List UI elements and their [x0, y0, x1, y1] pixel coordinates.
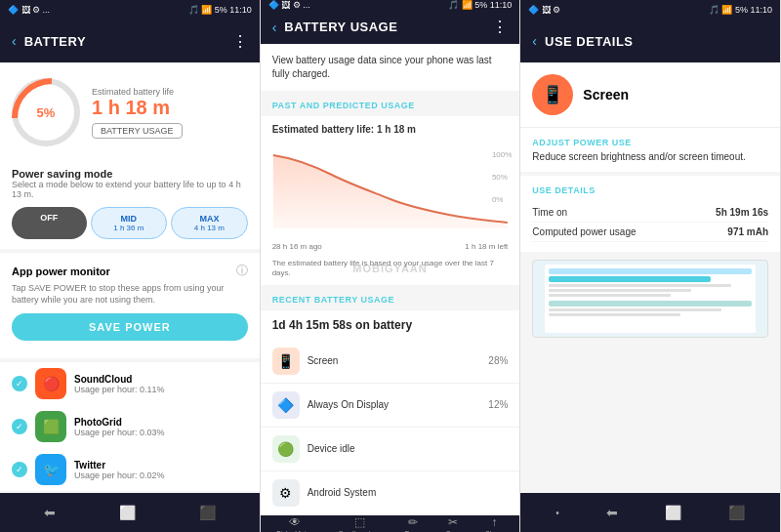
nav-back-3[interactable]: ⬛	[728, 505, 745, 520]
time-on-row: Time on 5h 19m 16s	[532, 203, 768, 223]
bottom-toolbar-2: 👁 Bixby Vision ⬚ Scroll capture ✏ Draw ✂…	[261, 515, 520, 532]
nav-home-3[interactable]: ⬅	[606, 505, 618, 520]
photogrid-name: PhotoGrid	[74, 417, 248, 428]
screen-usage-pct: 28%	[488, 355, 508, 366]
power-max-button[interactable]: MAX 4 h 13 m	[171, 207, 248, 239]
app-item-twitter[interactable]: ✓ 🐦 Twitter Usage per hour: 0.02%	[0, 448, 260, 491]
toolbar-draw[interactable]: ✏ Draw	[405, 515, 421, 532]
battery-title: BATTERY	[24, 34, 225, 49]
x-label-right: 1 h 18 m left	[465, 242, 508, 251]
battery-usage-header: ‹ BATTERY USAGE ⋮	[261, 10, 520, 44]
soundcloud-info: SoundCloud Usage per hour: 0.11%	[74, 374, 248, 394]
back-arrow-3[interactable]: ‹	[532, 33, 537, 49]
screen-section: 📱 Screen	[520, 62, 780, 128]
power-mid-button[interactable]: MID 1 h 36 m	[91, 207, 168, 239]
toolbar-scroll-capture[interactable]: ⬚ Scroll capture	[339, 515, 381, 532]
power-usage-value: 971 mAh	[727, 226, 768, 237]
check-soundcloud: ✓	[12, 376, 27, 391]
status-bar-2: 🔷 🖼 ⚙ ... 🎵 📶 5% 11:10	[261, 0, 520, 10]
menu-dots-1[interactable]: ⋮	[232, 32, 248, 51]
save-power-button[interactable]: SAVE POWER	[12, 313, 248, 341]
chart-note-text: The estimated battery life is based on y…	[272, 259, 494, 277]
battery-info: Estimated battery life 1 h 18 m BATTERY …	[92, 87, 248, 139]
power-usage-row: Computed power usage 971 mAh	[532, 223, 768, 242]
battery-usage-button[interactable]: BATTERY USAGE	[92, 123, 183, 139]
bottom-nav-3: • ⬅ ⬜ ⬛	[520, 493, 780, 532]
twitter-info: Twitter Usage per hour: 0.02%	[74, 460, 248, 480]
status-left-2: 🔷 🖼 ⚙ ...	[268, 0, 310, 10]
usage-item-android[interactable]: ⚙ Android System	[261, 471, 520, 515]
toolbar-share[interactable]: ↑ Share	[485, 515, 504, 532]
bottom-nav-1: ⬅ ⬜ ⬛	[0, 493, 260, 532]
app-item-photogrid[interactable]: ✓ 🟩 PhotoGrid Usage per hour: 0.03%	[0, 405, 260, 448]
battery-chart: 100% 50% 0%	[261, 143, 520, 240]
past-predicted-header: PAST AND PREDICTED USAGE	[261, 95, 520, 116]
power-mode-desc: Select a mode below to extend your batte…	[12, 180, 248, 199]
twitter-usage: Usage per hour: 0.02%	[74, 471, 248, 480]
screen-usage-name: Screen	[308, 355, 481, 366]
soundcloud-name: SoundCloud	[74, 374, 248, 385]
nav-dot-3: •	[555, 508, 559, 518]
nav-recents-3[interactable]: ⬜	[665, 505, 681, 520]
time-on-label: Time on	[532, 207, 567, 218]
status-bar-3: 🔷 🖼 ⚙ 🎵 📶 5% 11:10	[520, 0, 780, 20]
usage-item-screen[interactable]: 📱 Screen 28%	[261, 340, 520, 384]
power-mode-section: Power saving mode Select a mode below to…	[0, 158, 260, 249]
screenshot-preview	[532, 260, 768, 338]
status-left-3: 🔷 🖼 ⚙	[528, 5, 560, 15]
power-max-label: MAX	[176, 214, 243, 224]
chart-note: The estimated battery life is based on y…	[261, 253, 520, 285]
battery-percent: 5%	[37, 105, 56, 120]
x-label-left: 28 h 16 m ago	[272, 242, 322, 251]
power-max-sub: 4 h 13 m	[176, 224, 243, 232]
nav-recents-1[interactable]: ⬛	[199, 505, 216, 520]
back-arrow-2[interactable]: ‹	[272, 20, 277, 35]
battery-time: 1 h 18 m	[92, 97, 248, 119]
toolbar-bixby[interactable]: 👁 Bixby Vision	[276, 515, 313, 532]
power-off-button[interactable]: OFF	[12, 207, 87, 239]
status-bar-1: 🔷 🖼 ⚙ ... 🎵 📶 5% 11:10	[0, 0, 260, 20]
status-right-3: 🎵 📶 5% 11:10	[709, 5, 772, 15]
idle-usage-name: Device idle	[308, 443, 501, 454]
power-usage-label: Computed power usage	[532, 226, 636, 237]
use-details-header: ‹ USE DETAILS	[520, 20, 780, 62]
check-twitter: ✓	[12, 462, 27, 477]
app-monitor-desc: Tap SAVE POWER to stop these apps from u…	[12, 283, 248, 306]
idle-usage-icon: 🟢	[272, 435, 300, 463]
info-icon[interactable]: ⓘ	[236, 263, 248, 279]
nav-back-1[interactable]: ⬅	[44, 505, 56, 520]
back-arrow-1[interactable]: ‹	[12, 33, 17, 49]
screen-title: Screen	[583, 87, 629, 102]
nav-home-1[interactable]: ⬜	[119, 505, 136, 520]
app-item-soundcloud[interactable]: ✓ 🔴 SoundCloud Usage per hour: 0.11%	[0, 362, 260, 405]
app-monitor-title: App power monitor	[12, 266, 110, 277]
soundcloud-usage: Usage per hour: 0.11%	[74, 385, 248, 394]
battery-circle-section: 5% Estimated battery life 1 h 18 m BATTE…	[0, 62, 260, 158]
estimated-life: Estimated battery life: 1 h 18 m	[261, 116, 520, 143]
power-off-label: OFF	[16, 213, 83, 223]
photogrid-usage: Usage per hour: 0.03%	[74, 428, 248, 437]
menu-dots-2[interactable]: ⋮	[492, 18, 508, 36]
chart-y-labels: 100% 50% 0%	[492, 150, 512, 204]
check-photogrid: ✓	[12, 419, 27, 434]
power-buttons: OFF MID 1 h 36 m MAX 4 h 13 m	[12, 207, 248, 239]
status-right-2: 🎵 📶 5% 11:10	[448, 0, 512, 10]
draw-icon: ✏	[408, 515, 418, 529]
aod-usage-pct: 12%	[488, 399, 508, 410]
app-monitor-section: App power monitor ⓘ Tap SAVE POWER to st…	[0, 253, 260, 358]
status-right-1: 🎵 📶 5% 11:10	[188, 5, 252, 15]
toolbar-crop[interactable]: ✂ Crop	[445, 515, 460, 532]
use-details-section: USE DETAILS Time on 5h 19m 16s Computed …	[520, 176, 780, 252]
usage-item-aod[interactable]: 🔷 Always On Display 12%	[261, 384, 520, 428]
preview-content	[545, 265, 756, 333]
status-left-1: 🔷 🖼 ⚙ ...	[8, 5, 50, 15]
battery-usage-panel: 🔷 🖼 ⚙ ... 🎵 📶 5% 11:10 ‹ BATTERY USAGE ⋮…	[261, 0, 521, 532]
time-on-value: 5h 19m 16s	[716, 207, 768, 218]
usage-item-idle[interactable]: 🟢 Device idle	[261, 428, 520, 471]
battery-circle: 5%	[12, 78, 80, 146]
android-usage-icon: ⚙	[272, 479, 300, 507]
y-label-100: 100%	[492, 150, 512, 159]
power-mid-sub: 1 h 36 m	[96, 224, 163, 232]
soundcloud-icon: 🔴	[35, 368, 66, 399]
battery-est-label: Estimated battery life	[92, 87, 248, 97]
